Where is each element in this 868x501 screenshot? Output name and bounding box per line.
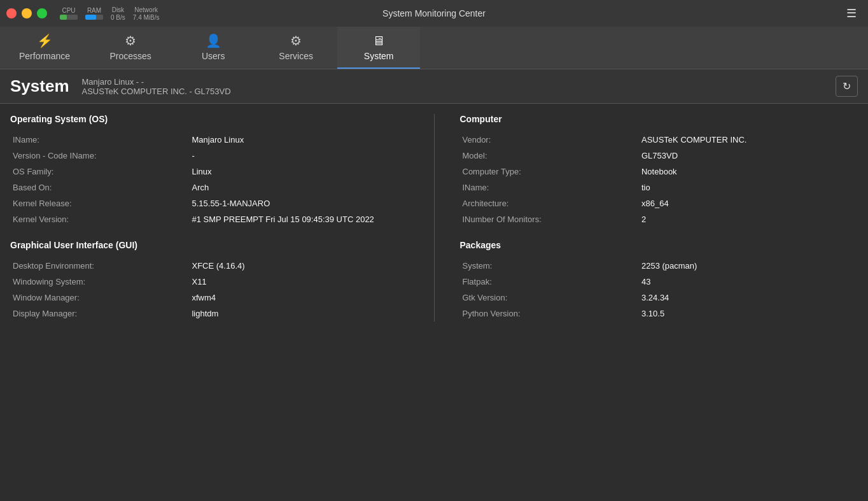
page-title: System bbox=[10, 76, 69, 96]
tab-services[interactable]: ⚙ Services bbox=[255, 27, 337, 69]
window-controls bbox=[6, 8, 47, 18]
tab-processes[interactable]: ⚙ Processes bbox=[89, 27, 172, 69]
network-label: Network bbox=[134, 6, 158, 13]
field-value: x86_64 bbox=[639, 195, 858, 211]
field-value: tio bbox=[639, 180, 858, 195]
field-label: Vendor: bbox=[460, 132, 639, 148]
field-label: Python Version: bbox=[460, 306, 639, 321]
performance-icon: ⚡ bbox=[37, 33, 53, 48]
cpu-fill bbox=[60, 15, 67, 20]
table-row: Version - Code IName:- bbox=[10, 148, 409, 164]
table-row: Display Manager:lightdm bbox=[10, 306, 409, 321]
field-value: 5.15.55-1-MANJARO bbox=[189, 195, 408, 211]
maximize-button[interactable] bbox=[37, 8, 47, 18]
field-value: Linux bbox=[189, 164, 408, 180]
field-label: Desktop Environment: bbox=[10, 258, 189, 274]
tab-services-label: Services bbox=[279, 51, 313, 61]
page-header: System Manjaro Linux - - ASUSTeK COMPUTE… bbox=[0, 69, 868, 104]
gui-section-title: Graphical User Interface (GUI) bbox=[10, 240, 409, 250]
field-value: #1 SMP PREEMPT Fri Jul 15 09:45:39 UTC 2… bbox=[189, 211, 408, 227]
left-column: Operating System (OS) IName:Manjaro Linu… bbox=[10, 114, 409, 321]
field-value: xfwm4 bbox=[189, 290, 408, 306]
network-stat: Network 7.4 MiB/s bbox=[133, 6, 160, 21]
subtitle-line2: ASUSTeK COMPUTER INC. - GL753VD bbox=[82, 87, 231, 96]
computer-section: Computer Vendor:ASUSTeK COMPUTER INC.Mod… bbox=[460, 114, 858, 227]
field-label: Flatpak: bbox=[460, 274, 639, 290]
table-row: Gtk Version:3.24.34 bbox=[460, 290, 858, 306]
ram-bar bbox=[85, 15, 103, 20]
table-row: INumber Of Monitors:2 bbox=[460, 211, 858, 227]
field-value: 3.24.34 bbox=[639, 290, 858, 306]
tab-system-label: System bbox=[364, 51, 394, 61]
os-section: Operating System (OS) IName:Manjaro Linu… bbox=[10, 114, 409, 227]
gui-section: Graphical User Interface (GUI) Desktop E… bbox=[10, 240, 409, 321]
table-row: Python Version:3.10.5 bbox=[460, 306, 858, 321]
table-row: Desktop Environment:XFCE (4.16.4) bbox=[10, 258, 409, 274]
table-row: Kernel Version:#1 SMP PREEMPT Fri Jul 15… bbox=[10, 211, 409, 227]
field-label: IName: bbox=[460, 180, 639, 195]
processes-icon: ⚙ bbox=[125, 33, 136, 48]
os-table: IName:Manjaro LinuxVersion - Code IName:… bbox=[10, 132, 409, 227]
network-value: 7.4 MiB/s bbox=[133, 14, 160, 21]
close-button[interactable] bbox=[6, 8, 17, 18]
table-row: Window Manager:xfwm4 bbox=[10, 290, 409, 306]
tab-system[interactable]: 🖥 System bbox=[337, 27, 420, 69]
subtitle-line1: Manjaro Linux - - bbox=[82, 77, 231, 87]
table-row: Vendor:ASUSTeK COMPUTER INC. bbox=[460, 132, 858, 148]
tab-users[interactable]: 👤 Users bbox=[172, 27, 255, 69]
tab-performance[interactable]: ⚡ Performance bbox=[0, 27, 89, 69]
field-value: lightdm bbox=[189, 306, 408, 321]
packages-section: Packages System:2253 (pacman)Flatpak:43G… bbox=[460, 240, 858, 321]
field-label: Kernel Version: bbox=[10, 211, 189, 227]
table-row: Flatpak:43 bbox=[460, 274, 858, 290]
disk-stat: Disk 0 B/s bbox=[111, 6, 125, 21]
field-value: GL753VD bbox=[639, 148, 858, 164]
nav-tabs: ⚡ Performance ⚙ Processes 👤 Users ⚙ Serv… bbox=[0, 27, 868, 69]
refresh-button[interactable]: ↻ bbox=[836, 76, 858, 97]
gui-table: Desktop Environment:XFCE (4.16.4)Windowi… bbox=[10, 258, 409, 321]
cpu-bar bbox=[60, 15, 78, 20]
field-label: Windowing System: bbox=[10, 274, 189, 290]
field-value: - bbox=[189, 148, 408, 164]
cpu-stat: CPU bbox=[60, 7, 78, 20]
field-value: Arch bbox=[189, 180, 408, 195]
computer-section-title: Computer bbox=[460, 114, 858, 124]
tab-performance-label: Performance bbox=[19, 51, 70, 61]
system-icon: 🖥 bbox=[372, 34, 385, 48]
field-label: Version - Code IName: bbox=[10, 148, 189, 164]
field-value: Manjaro Linux bbox=[189, 132, 408, 148]
cpu-label: CPU bbox=[62, 7, 75, 14]
ram-stat: RAM bbox=[85, 7, 103, 20]
table-row: Kernel Release:5.15.55-1-MANJARO bbox=[10, 195, 409, 211]
field-label: OS Family: bbox=[10, 164, 189, 180]
field-label: Computer Type: bbox=[460, 164, 639, 180]
field-value: Notebook bbox=[639, 164, 858, 180]
field-label: Gtk Version: bbox=[460, 290, 639, 306]
field-label: Model: bbox=[460, 148, 639, 164]
field-label: IName: bbox=[10, 132, 189, 148]
field-label: Display Manager: bbox=[10, 306, 189, 321]
field-value: 2 bbox=[639, 211, 858, 227]
content-area: Operating System (OS) IName:Manjaro Linu… bbox=[0, 104, 868, 332]
tab-users-label: Users bbox=[202, 51, 225, 61]
table-row: OS Family:Linux bbox=[10, 164, 409, 180]
computer-table: Vendor:ASUSTeK COMPUTER INC.Model:GL753V… bbox=[460, 132, 858, 227]
packages-section-title: Packages bbox=[460, 240, 858, 250]
table-row: Computer Type:Notebook bbox=[460, 164, 858, 180]
field-label: System: bbox=[460, 258, 639, 274]
field-label: Based On: bbox=[10, 180, 189, 195]
menu-button[interactable]: ☰ bbox=[841, 4, 862, 23]
system-stats: CPU RAM Disk 0 B/s Network 7.4 MiB/s bbox=[60, 6, 159, 21]
field-value: 43 bbox=[639, 274, 858, 290]
field-label: Architecture: bbox=[460, 195, 639, 211]
ram-fill bbox=[85, 15, 96, 20]
disk-label: Disk bbox=[112, 6, 124, 13]
minimize-button[interactable] bbox=[22, 8, 32, 18]
field-value: X11 bbox=[189, 274, 408, 290]
table-row: System:2253 (pacman) bbox=[460, 258, 858, 274]
right-column: Computer Vendor:ASUSTeK COMPUTER INC.Mod… bbox=[460, 114, 858, 321]
field-label: INumber Of Monitors: bbox=[460, 211, 639, 227]
ram-label: RAM bbox=[87, 7, 101, 14]
field-value: 2253 (pacman) bbox=[639, 258, 858, 274]
services-icon: ⚙ bbox=[290, 33, 302, 48]
